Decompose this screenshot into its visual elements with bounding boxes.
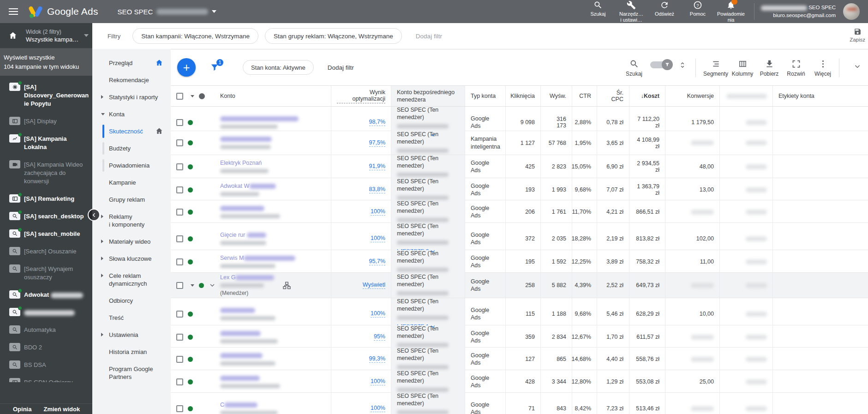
account-name-link[interactable]: Serwis M bbox=[220, 255, 295, 261]
row-checkbox[interactable] bbox=[176, 119, 183, 126]
collapse-nav-button[interactable] bbox=[88, 209, 100, 221]
nav-item-cele-reklam-dynamicznych[interactable]: Cele reklam dynamicznych bbox=[92, 267, 171, 292]
add-account-button[interactable]: + bbox=[177, 58, 196, 77]
sidebar-campaign-item[interactable] bbox=[0, 304, 92, 321]
topbar-action-help[interactable]: ?Pomoc bbox=[681, 0, 714, 17]
row-checkbox[interactable] bbox=[176, 163, 183, 170]
column-header-Wynik optymalizacji[interactable]: Wynik optymalizacji bbox=[331, 86, 391, 106]
topbar-action-refresh[interactable]: Odśwież bbox=[648, 0, 681, 17]
filter-chip-0[interactable]: Stan kampanii: Włączone, Wstrzymane bbox=[132, 28, 258, 44]
toolbar-button-segments[interactable]: Segmenty bbox=[702, 58, 729, 77]
topbar-action-wrench[interactable]: Narzędz… i ustawi… bbox=[615, 0, 648, 23]
optimization-score-link[interactable]: 100% bbox=[371, 208, 385, 216]
optimization-score-link[interactable]: 100% bbox=[371, 378, 385, 385]
hamburger-menu-icon[interactable] bbox=[6, 4, 21, 19]
column-header-Wyśw.[interactable]: Wyśw. bbox=[541, 86, 572, 106]
sidebar-campaign-item[interactable]: [Search] Osuszanie bbox=[0, 243, 92, 260]
view-banner[interactable]: Wyświetl wszystkie 104 kampanie w tym wi… bbox=[0, 48, 92, 76]
nav-item-skuteczność[interactable]: Skuteczność bbox=[92, 123, 171, 140]
nav-item-statystyki-i-raporty[interactable]: Statystyki i raporty bbox=[92, 89, 171, 106]
column-header-CTR[interactable]: CTR bbox=[572, 86, 597, 106]
sidebar-campaign-item[interactable]: [Search] Wynajem osuszaczy bbox=[0, 260, 92, 286]
nav-item-materiały-wideo[interactable]: Materiały wideo bbox=[92, 233, 171, 250]
nav-item-ustawienia[interactable]: Ustawienia bbox=[92, 326, 171, 343]
optimization-score-link[interactable]: 100% bbox=[371, 405, 385, 412]
sidebar-campaign-item[interactable]: [SA] Remarketing bbox=[0, 190, 92, 208]
sidebar-campaign-item[interactable]: BS DSA bbox=[0, 356, 92, 374]
account-name-link[interactable] bbox=[220, 307, 275, 313]
optimization-score-link[interactable]: 99,3% bbox=[369, 355, 385, 363]
row-checkbox[interactable] bbox=[176, 209, 183, 216]
sort-expand-control[interactable] bbox=[678, 60, 687, 70]
nav-item-powiadomienia[interactable]: Powiadomienia bbox=[92, 157, 171, 174]
account-switcher[interactable]: SEO SPEC bbox=[118, 8, 217, 16]
toolbar-button-more[interactable]: Więcej bbox=[809, 58, 836, 77]
row-checkbox[interactable] bbox=[176, 334, 183, 341]
row-checkbox[interactable] bbox=[176, 186, 183, 193]
account-name-link[interactable]: Gięcie rur bbox=[220, 232, 266, 238]
nav-item-odbiorcy[interactable]: Odbiorcy bbox=[92, 292, 171, 309]
account-name-link[interactable] bbox=[220, 352, 275, 359]
toolbar-button-download[interactable]: Pobierz bbox=[756, 58, 783, 77]
sidebar-campaign-item[interactable]: BS GDN Odbiorcy bbox=[0, 374, 92, 382]
org-chart-icon[interactable] bbox=[282, 281, 291, 290]
account-name-link[interactable] bbox=[220, 115, 299, 122]
optimization-score-link[interactable]: 83,8% bbox=[369, 186, 385, 193]
active-filters-button[interactable]: 1 bbox=[210, 62, 220, 72]
column-header-Konto bezpośredniego menedżera[interactable]: Konto bezpośredniego menedżera bbox=[391, 86, 465, 106]
topbar-action-bell[interactable]: Powiadomie nia bbox=[714, 0, 748, 23]
account-status-filter-chip[interactable]: Stan konta: Aktywne bbox=[243, 60, 314, 75]
toolbar-button-expand[interactable]: Rozwiń bbox=[783, 58, 809, 77]
nav-item-reklamy-i-komponenty[interactable]: Reklamy i komponenty bbox=[92, 208, 171, 233]
account-name-link[interactable]: Lex G bbox=[220, 274, 274, 281]
column-header-Koszt[interactable]: ↓ Koszt bbox=[629, 86, 665, 106]
nav-item-słowa-kluczowe[interactable]: Słowa kluczowe bbox=[92, 250, 171, 267]
row-checkbox[interactable] bbox=[176, 282, 183, 289]
select-all-checkbox[interactable] bbox=[176, 93, 183, 100]
nav-item-program-google-partners[interactable]: Program Google Partners bbox=[92, 360, 171, 385]
change-view-link[interactable]: Zmień widok bbox=[43, 406, 80, 413]
account-name-link[interactable]: Adwokat W bbox=[220, 183, 276, 189]
optimization-score-link[interactable]: 91,9% bbox=[369, 163, 385, 170]
sidebar-campaign-item[interactable]: [SA] search_desktop bbox=[0, 208, 92, 225]
nav-item-kampanie[interactable]: Kampanie bbox=[92, 174, 171, 191]
row-checkbox[interactable] bbox=[176, 235, 183, 242]
optimization-score-link[interactable]: 95% bbox=[374, 333, 385, 341]
column-header-Konto[interactable]: Konto bbox=[215, 86, 331, 106]
sidebar-campaign-item[interactable]: [SA] Discovery_Generowanie Popytu bbox=[0, 78, 92, 113]
account-name-link[interactable]: C bbox=[220, 402, 278, 408]
column-header-Typ konta[interactable]: Typ konta bbox=[465, 86, 506, 106]
feedback-link[interactable]: Opinia bbox=[13, 406, 31, 413]
optimization-score-link[interactable]: 98,7% bbox=[369, 119, 385, 126]
account-name-link[interactable] bbox=[220, 375, 280, 381]
row-checkbox[interactable] bbox=[176, 405, 183, 412]
collapse-toolbar-button[interactable] bbox=[853, 62, 862, 71]
avatar[interactable] bbox=[843, 3, 860, 20]
save-button[interactable]: Zapisz bbox=[850, 28, 865, 42]
row-checkbox[interactable] bbox=[176, 139, 183, 146]
optimization-score-link[interactable]: 100% bbox=[371, 310, 385, 318]
topbar-action-search[interactable]: Szukaj bbox=[581, 0, 615, 17]
row-checkbox[interactable] bbox=[176, 378, 183, 385]
account-name-link[interactable] bbox=[220, 205, 280, 211]
account-name-link[interactable] bbox=[220, 136, 272, 142]
row-checkbox[interactable] bbox=[176, 311, 183, 318]
column-header-Etykiety konta[interactable]: Etykiety konta bbox=[773, 86, 868, 106]
nav-item-przegląd[interactable]: Przegląd bbox=[92, 54, 171, 72]
sidebar-campaign-item[interactable]: BDO 2 bbox=[0, 339, 92, 356]
optimization-score-link[interactable]: 100% bbox=[371, 235, 385, 242]
optimization-score-link[interactable]: 95,7% bbox=[369, 258, 385, 265]
column-header-Konwersje[interactable]: Konwersje bbox=[665, 86, 720, 106]
account-name-link[interactable] bbox=[220, 330, 278, 336]
optimization-score-link[interactable]: Wyświetl bbox=[363, 282, 385, 289]
sidebar-campaign-item[interactable]: [SA] Kampania Wideo zachęcająca do konwe… bbox=[0, 156, 92, 190]
column-header-Śr. CPC[interactable]: Śr. CPC bbox=[597, 86, 629, 106]
row-checkbox[interactable] bbox=[176, 258, 183, 265]
search-button[interactable]: Szukaj bbox=[621, 58, 647, 77]
sidebar-campaign-item[interactable]: Automatyka bbox=[0, 321, 92, 339]
sidebar-campaign-item[interactable]: [SA] Display bbox=[0, 113, 92, 130]
add-filter-button[interactable]: Dodaj filtr bbox=[328, 64, 354, 71]
select-menu-caret-icon[interactable] bbox=[191, 95, 194, 97]
optimization-score-link[interactable]: 97,5% bbox=[369, 139, 385, 147]
add-filter-button[interactable]: Dodaj filtr bbox=[416, 33, 442, 40]
